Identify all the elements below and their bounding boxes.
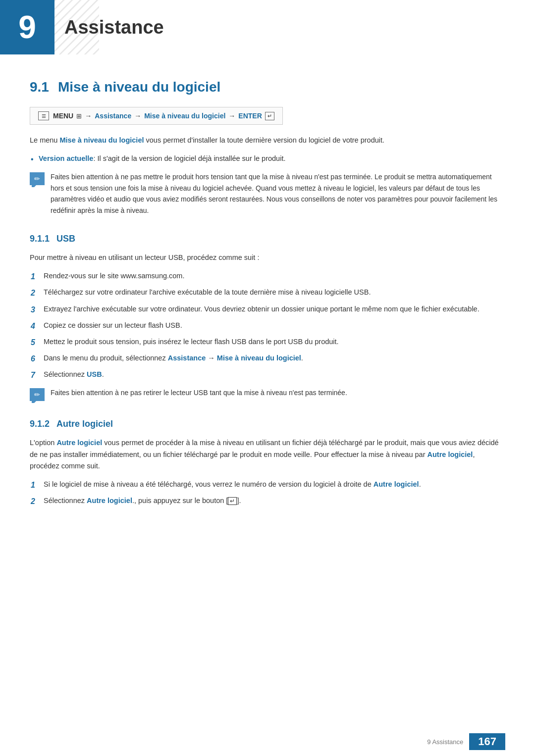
nav-arrow-2: → (134, 112, 141, 120)
note-icon-1: ✏ (30, 172, 45, 185)
section-9-1-1-intro: Pour mettre à niveau en utilisant un lec… (30, 252, 505, 263)
bullet-item-1: Version actuelle: Il s'agit de la versio… (30, 153, 505, 164)
chapter-title: Assistance (64, 17, 164, 38)
usb-step-7: 7 Sélectionnez USB. (30, 369, 505, 380)
section-9-1-heading: 9.1 Mise à niveau du logiciel (30, 79, 505, 95)
usb-step-7-h1: USB (87, 370, 102, 378)
usb-step-3-text: Extrayez l'archive exécutable sur votre … (44, 305, 480, 313)
autre-step-2: 2 Sélectionnez Autre logiciel., puis app… (30, 495, 505, 506)
nav-mise-a-niveau: Mise à niveau du logiciel (144, 112, 225, 120)
autre-step-1-h1: Autre logiciel (374, 480, 419, 488)
usb-step-3: 3 Extrayez l'archive exécutable sur votr… (30, 303, 505, 315)
autre-step-1: 1 Si le logiciel de mise à niveau a été … (30, 479, 505, 490)
usb-step-5-text: Mettez le produit sous tension, puis ins… (44, 338, 339, 346)
enter-icon: ↵ (265, 112, 274, 120)
usb-step-1: 1 Rendez-vous sur le site www.samsung.co… (30, 270, 505, 282)
section-9-1-intro: Le menu Mise à niveau du logiciel vous p… (30, 135, 505, 146)
section-9-1-2-intro: L'option Autre logiciel vous permet de p… (30, 437, 505, 472)
intro-9-1-2-h2: Autre logiciel (428, 451, 473, 458)
footer-content: 9 Assistance 167 (427, 733, 505, 750)
note-pen-icon: ✏ (34, 175, 40, 183)
section-9-1-number: 9.1 (30, 79, 49, 95)
usb-steps-list: 1 Rendez-vous sur le site www.samsung.co… (30, 270, 505, 380)
intro-text-before: Le menu (30, 136, 59, 144)
usb-step-6-h2: Mise à niveau du logiciel (217, 354, 301, 362)
chapter-number: 9 (18, 9, 36, 46)
usb-step-5: 5 Mettez le produit sous tension, puis i… (30, 336, 505, 348)
bullet-text-1: : Il s'agit de la version de logiciel dé… (93, 154, 285, 162)
usb-step-4: 4 Copiez ce dossier sur un lecteur flash… (30, 320, 505, 331)
intro-9-1-2-h1: Autre logiciel (56, 439, 102, 447)
section-9-1-1-heading: 9.1.1 USB (30, 234, 505, 244)
chapter-number-box: 9 (0, 0, 54, 54)
nav-enter: ENTER (238, 112, 262, 120)
autre-steps-list: 1 Si le logiciel de mise à niveau a été … (30, 479, 505, 506)
menu-icon: ☰ (38, 111, 49, 120)
nav-arrow-3: → (228, 112, 235, 120)
page-footer: 9 Assistance 167 (0, 727, 535, 756)
footer-chapter-label: 9 Assistance (427, 738, 463, 746)
usb-step-4-text: Copiez ce dossier sur un lecteur flash U… (44, 321, 182, 329)
bullet-list: Version actuelle: Il s'agit de la versio… (30, 153, 505, 164)
usb-step-6-h1: Assistance (168, 354, 206, 362)
enter-button-icon: ↵ (228, 497, 237, 505)
nav-assistance: Assistance (95, 112, 131, 120)
autre-step-2-text: Sélectionnez Autre logiciel., puis appuy… (44, 497, 241, 504)
note-box-2: ✏ Faites bien attention à ne pas retirer… (30, 387, 505, 401)
intro-9-1-2-before: L'option (30, 439, 56, 447)
note-box-1: ✏ Faites bien attention à ne pas mettre … (30, 171, 505, 216)
usb-step-2-text: Téléchargez sur votre ordinateur l'archi… (44, 288, 371, 296)
usb-step-6-text: Dans le menu du produit, sélectionnez As… (44, 354, 303, 362)
note-icon-2: ✏ (30, 388, 45, 401)
intro-highlight: Mise à niveau du logiciel (59, 136, 144, 144)
section-9-1-1-title: USB (56, 234, 75, 244)
section-9-1-2-number: 9.1.2 (30, 419, 50, 429)
autre-step-2-h1: Autre logiciel (87, 497, 132, 504)
menu-label: MENU (53, 112, 73, 120)
section-9-1-2-heading: 9.1.2 Autre logiciel (30, 419, 505, 429)
section-9-1-title: Mise à niveau du logiciel (58, 79, 220, 95)
autre-step-1-text: Si le logiciel de mise à niveau a été té… (44, 480, 421, 488)
main-content: 9.1 Mise à niveau du logiciel ☰ MENU ⊞ →… (0, 59, 535, 553)
bullet-highlight-1: Version actuelle (39, 154, 93, 162)
usb-step-1-text: Rendez-vous sur le site www.samsung.com. (44, 272, 184, 280)
usb-step-6: 6 Dans le menu du produit, sélectionnez … (30, 353, 505, 364)
intro-text-after: vous permet d'installer la toute dernièr… (144, 136, 385, 144)
chapter-header: 9 Assistance (0, 0, 535, 54)
usb-step-7-text: Sélectionnez USB. (44, 370, 104, 378)
section-9-1-1-number: 9.1.1 (30, 234, 50, 244)
nav-arrow-1: → (85, 112, 92, 120)
page: 9 Assistance 9.1 Mise à niveau du logici… (0, 0, 535, 756)
menu-navigation: ☰ MENU ⊞ → Assistance → Mise à niveau du… (30, 107, 283, 125)
note-text-1: Faites bien attention à ne pas mettre le… (51, 171, 505, 216)
note-text-2: Faites bien attention à ne pas retirer l… (51, 387, 347, 398)
note-pen-icon-2: ✏ (34, 391, 40, 399)
section-9-1-2-title: Autre logiciel (56, 419, 113, 429)
menu-grid-icon: ⊞ (76, 112, 82, 120)
footer-page-number: 167 (469, 733, 505, 750)
usb-step-2: 2 Téléchargez sur votre ordinateur l'arc… (30, 287, 505, 298)
